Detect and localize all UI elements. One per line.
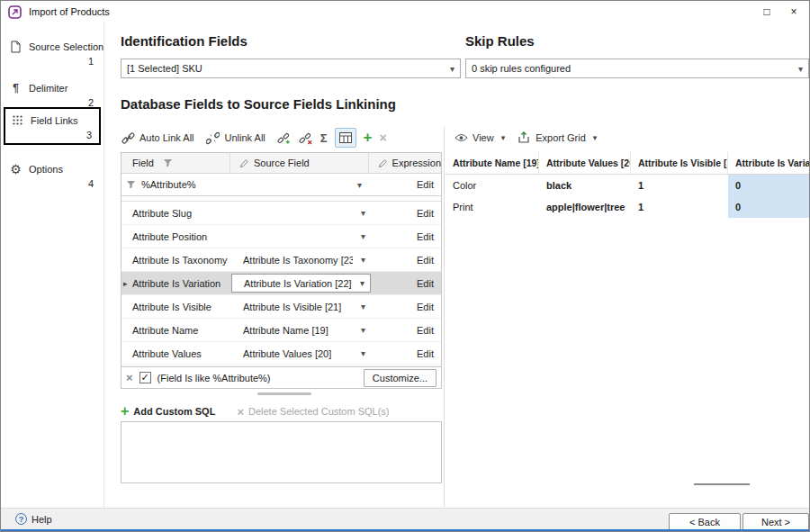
grid-filter-footer: × ✓ (Field Is like %Attribute%) Customiz…	[122, 366, 441, 388]
column-header-field[interactable]: Field	[122, 153, 230, 173]
table-row[interactable]: Print apple|flower|tree 1 0	[446, 196, 809, 218]
edit-link[interactable]: Edit	[417, 302, 434, 312]
filter-enabled-checkbox[interactable]: ✓	[140, 372, 151, 383]
edit-link[interactable]: Edit	[417, 208, 434, 219]
table-row[interactable]: Color black 1 0	[446, 175, 809, 196]
broken-chain-icon	[206, 131, 220, 145]
edit-link[interactable]: Edit	[417, 179, 434, 190]
back-button[interactable]: < Back	[669, 513, 741, 531]
help-icon: ?	[15, 513, 27, 525]
sidebar-item-options[interactable]: ⚙ Options 4	[4, 158, 101, 192]
source-field-dropdown[interactable]: Attribute Is Visible [21] ▾	[231, 302, 371, 312]
source-field-dropdown[interactable]: ▾	[231, 208, 371, 218]
link-plus-icon	[277, 131, 292, 145]
auto-link-all-button[interactable]: Auto Link All	[121, 131, 194, 145]
view-menu-button[interactable]: View ▾	[454, 131, 505, 145]
table-row-selected[interactable]: ▸ Attribute Is Variation Attribute Is Va…	[122, 272, 441, 295]
table-row[interactable]: Attribute Is Visible Attribute Is Visibl…	[122, 295, 441, 319]
unlink-all-button[interactable]: Unlink All	[206, 131, 266, 145]
column-header[interactable]: Attribute Values [20]	[539, 152, 631, 174]
link-remove-button[interactable]	[299, 131, 313, 145]
sidebar-item-source-selection[interactable]: Source Selection 1	[4, 35, 101, 69]
linking-heading: Database Fields to Source Fields Linkini…	[121, 96, 396, 112]
cross-icon: ×	[237, 405, 244, 419]
edit-link[interactable]: Edit	[417, 231, 434, 242]
identification-fields-dropdown[interactable]: [1 Selected] SKU ▾	[121, 59, 461, 78]
delete-row-button[interactable]: ×	[380, 131, 387, 145]
chevron-down-icon: ▾	[361, 255, 365, 265]
chevron-down-icon: ▾	[361, 208, 365, 218]
column-header[interactable]: Attribute Name [19]	[446, 152, 539, 174]
sidebar-item-delimiter[interactable]: ¶ Delimiter 2	[4, 77, 101, 111]
identification-fields-value: [1 Selected] SKU	[127, 63, 202, 74]
close-button[interactable]: ×	[780, 1, 807, 23]
window-bottom-accent	[1, 529, 809, 531]
column-header[interactable]: Attribute Is Variation	[728, 152, 809, 174]
chevron-down-icon: ▾	[501, 133, 506, 142]
delete-custom-sql-button[interactable]: × Delete Selected Custom SQL(s)	[237, 405, 389, 419]
add-custom-sql-button[interactable]: + Add Custom SQL	[121, 403, 215, 419]
edit-link[interactable]: Edit	[417, 348, 434, 359]
next-button[interactable]: Next >	[742, 513, 809, 531]
source-field-dropdown[interactable]: Attribute Name [19] ▾	[231, 325, 371, 336]
preview-toggle-button[interactable]	[335, 128, 356, 148]
source-field-dropdown[interactable]: ▾	[231, 231, 371, 241]
expression-sigma-button[interactable]: Σ	[320, 131, 328, 145]
source-field-dropdown[interactable]: Attribute Is Taxonomy [23] ▾	[231, 255, 371, 266]
horizontal-scrollbar-thumb[interactable]	[257, 392, 311, 395]
skip-rules-value: 0 skip rules configured	[472, 63, 571, 74]
chevron-down-icon[interactable]: ▾	[357, 180, 362, 190]
column-header-source-field[interactable]: Source Field	[230, 153, 369, 173]
step-label: Options	[29, 164, 63, 175]
step-label: Field Links	[31, 115, 78, 126]
grid-header: Field Source Field Expression	[122, 153, 441, 174]
wizard-steps-sidebar: Source Selection 1 ¶ Delimiter 2 Field L…	[1, 23, 104, 509]
edit-link[interactable]: Edit	[417, 325, 434, 336]
source-field-dropdown[interactable]: Attribute Is Variation [22] ▾	[231, 274, 371, 293]
eye-icon	[454, 131, 468, 145]
title-bar: Import of Products □ ×	[1, 1, 809, 23]
edit-link[interactable]: Edit	[417, 278, 434, 289]
step-number: 4	[9, 178, 95, 189]
table-row[interactable]: Attribute Values Attribute Values [20] ▾…	[122, 342, 441, 365]
export-grid-label: Export Grid	[536, 132, 586, 143]
pencil-icon	[239, 158, 249, 168]
pencil-icon	[378, 158, 388, 168]
column-header[interactable]: Attribute Is Visible [21]	[631, 152, 728, 174]
maximize-button[interactable]: □	[753, 1, 780, 23]
export-grid-button[interactable]: Export Grid ▾	[517, 131, 597, 145]
preview-grid-icon	[335, 128, 356, 148]
app-icon	[8, 5, 22, 19]
skip-rules-dropdown[interactable]: 0 skip rules configured ▾	[465, 59, 809, 78]
identification-fields-heading: Identification Fields	[121, 33, 248, 49]
horizontal-scrollbar-thumb[interactable]	[694, 483, 750, 485]
highlighted-cell: 0	[728, 175, 809, 196]
gear-icon: ⚙	[9, 162, 22, 176]
document-icon	[9, 40, 22, 53]
link-cross-icon	[299, 131, 313, 145]
customize-filter-button[interactable]: Customize...	[364, 369, 436, 387]
auto-link-all-label: Auto Link All	[140, 132, 194, 143]
step-number: 3	[11, 130, 94, 140]
custom-sql-bar: + Add Custom SQL × Delete Selected Custo…	[121, 403, 390, 419]
link-add-button[interactable]	[277, 131, 292, 145]
source-field-dropdown[interactable]: Attribute Values [20] ▾	[231, 348, 371, 359]
filter-value[interactable]: %Attribute%	[141, 179, 196, 190]
filter-funnel-icon[interactable]	[163, 158, 173, 167]
clear-filter-icon[interactable]: ×	[126, 371, 133, 384]
unlink-all-label: Unlink All	[225, 132, 266, 143]
edit-link[interactable]: Edit	[417, 255, 434, 266]
preview-grid-header: Attribute Name [19] Attribute Values [20…	[446, 152, 809, 175]
table-row[interactable]: Attribute Is Taxonomy Attribute Is Taxon…	[122, 248, 441, 272]
custom-sql-list[interactable]	[121, 421, 442, 483]
add-row-button[interactable]: +	[364, 131, 373, 145]
help-link[interactable]: ? Help	[15, 513, 52, 525]
table-row[interactable]: Attribute Slug ▾ Edit	[122, 202, 441, 225]
table-row[interactable]: Attribute Name Attribute Name [19] ▾ Edi…	[122, 319, 441, 342]
filter-funnel-icon	[126, 180, 136, 189]
export-icon	[517, 131, 531, 145]
column-header-expression[interactable]: Expression	[369, 153, 441, 173]
table-row[interactable]: Attribute Position ▾ Edit	[122, 225, 441, 248]
grid-filter-row[interactable]: %Attribute% ▾ Edit	[122, 174, 441, 196]
sidebar-item-field-links[interactable]: Field Links 3	[4, 107, 101, 145]
